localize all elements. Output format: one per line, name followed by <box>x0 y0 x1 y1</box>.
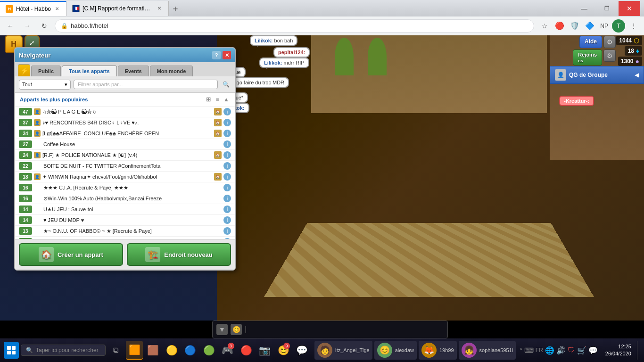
room-info-btn-13[interactable]: i <box>223 238 231 239</box>
filter-input-wrapper[interactable]: Filtrer apparts par... <box>74 80 218 89</box>
ext2-icon[interactable]: 🛡️ <box>568 19 581 33</box>
forward-btn[interactable]: → <box>21 19 34 33</box>
room-event-icon-1: 🏠 <box>214 108 222 115</box>
room-item-1[interactable]: 47 👤 ♫⛤☯ P L A G E ☯⛤♫ 🏠 i <box>15 107 235 117</box>
close-btn[interactable]: ✕ <box>619 1 640 16</box>
navigator-help-btn[interactable]: ? <box>212 51 221 59</box>
room-item-7[interactable]: 18 👤 ✦ WINWIN Raqnar✦ cheval/Foot/grind/… <box>15 172 235 182</box>
room-item-4[interactable]: 27 Coffee House i <box>15 139 235 150</box>
taskbar-app-7[interactable]: 🔴 <box>238 341 255 360</box>
list-sort-icon[interactable]: ≡ <box>214 96 221 103</box>
room-item-2[interactable]: 37 👤 ♪♥ RENCONTRES B4R DISC♀ L♀VE ♥♪. 🏠 … <box>15 117 235 128</box>
tray-security-icon[interactable]: 🛡 <box>568 346 575 354</box>
room-name-6: BOITE DE NUIT - FC TWITTER #ConfinementT… <box>34 163 222 169</box>
nav-tab-public[interactable]: Public <box>31 66 61 76</box>
taskbar-app-10[interactable]: 💬 <box>294 341 311 360</box>
room-info-btn-10[interactable]: i <box>223 206 231 213</box>
room-list: Apparts les plus populaires ⊞ ≡ ▲ 47 👤 ♫… <box>15 93 235 239</box>
filter-dropdown[interactable]: Tout ▾ <box>19 80 71 90</box>
list-expand-icon[interactable]: ▲ <box>223 96 230 103</box>
room-info-btn-2[interactable]: i <box>223 119 231 126</box>
room-item-5[interactable]: 24 👤 [R.F] ★ POLICE NATIONALE ★ [☯] (v.4… <box>15 150 235 161</box>
tab-favicon-fr: 🇫🇷 <box>72 5 80 12</box>
room-item-12[interactable]: 13 ★~ O.N.U. OF HABBO© ~ ★ [Recrute & Pa… <box>15 226 235 237</box>
refresh-btn[interactable]: ↻ <box>38 19 51 33</box>
taskbar-app-6[interactable]: 🎮 3 <box>219 341 236 360</box>
new-tab-btn[interactable]: ＋ <box>169 2 182 15</box>
room-info-btn-11[interactable]: i <box>223 216 231 224</box>
nav-tab-events[interactable]: Events <box>118 66 149 76</box>
tab-close-hotel[interactable]: ✕ <box>54 6 60 12</box>
search-icon-btn[interactable]: 🔍 <box>221 79 231 90</box>
taskbar-app-5[interactable]: 🟢 <box>201 341 218 360</box>
ext3-icon[interactable]: 🔷 <box>583 19 596 33</box>
menu-icon[interactable]: ⋮ <box>627 19 640 33</box>
ext1-icon[interactable]: 🔴 <box>553 19 566 33</box>
tray-sound-icon[interactable]: 🔊 <box>556 346 566 355</box>
back-btn[interactable]: ← <box>4 19 17 33</box>
tab-close-rapport[interactable]: ✕ <box>156 5 163 12</box>
room-info-btn-8[interactable]: i <box>223 184 231 191</box>
account-icon[interactable]: T <box>612 19 625 33</box>
tray-network-icon[interactable]: 🌐 <box>545 346 554 355</box>
room-info-btn-3[interactable]: i <box>223 130 231 137</box>
room-info-btn-9[interactable]: i <box>223 195 231 202</box>
maximize-btn[interactable]: ❐ <box>596 1 618 16</box>
taskbar-app-3[interactable]: 🟡 <box>164 341 181 360</box>
nav-tab-flash[interactable]: ⚡ <box>18 64 30 76</box>
aide-btn[interactable]: Aide <box>579 36 602 48</box>
player-3[interactable]: 🦊 19h99 <box>419 341 457 360</box>
room-item-8[interactable]: 16 ★★★ C.I.A. [Recrute & Paye] ★★★ i <box>15 182 235 193</box>
show-desktop-btn[interactable] <box>637 341 640 360</box>
room-item-9[interactable]: 16 ⊘Win-Win 100% Auto (Habbolvmpix,Banza… <box>15 193 235 204</box>
bookmark-icon[interactable]: ☆ <box>538 19 551 33</box>
taskbar-app-9[interactable]: 😊 9 <box>275 341 292 360</box>
chat-toggle-icon[interactable]: ▼ <box>216 324 228 335</box>
start-btn[interactable] <box>4 342 19 359</box>
room-item-11[interactable]: 14 ♥ JEU DU MDP ♥ i <box>15 215 235 226</box>
tray-discord-icon[interactable]: 💬 <box>588 346 598 355</box>
list-grid-icon[interactable]: ⊞ <box>205 96 212 103</box>
taskbar-app-4[interactable]: 🔵 <box>182 341 199 360</box>
nav-tab-all-apparts[interactable]: Tous les apparts <box>62 66 117 76</box>
taskbar-habbo-app[interactable]: 🟧 <box>126 341 143 360</box>
chat-input[interactable] <box>249 326 444 333</box>
nav-tab-mon-monde[interactable]: Mon monde <box>150 66 193 76</box>
gear-btn-2[interactable]: ⚙ <box>603 49 616 62</box>
player-4[interactable]: 👧 sophiane5951i <box>459 341 516 360</box>
credits-stat: 1044 ⬡ <box>616 36 642 45</box>
taskbar-search[interactable]: 🔍 Taper ici pour rechercher <box>21 345 106 356</box>
room-info-btn-4[interactable]: i <box>223 140 231 148</box>
tab-hotel[interactable]: H Hôtel - Habbo ✕ <box>0 1 66 16</box>
task-view-btn[interactable]: ⧉ <box>107 341 124 360</box>
chat-emoji-icon[interactable]: 😊 <box>231 324 242 335</box>
create-appart-btn[interactable]: 🏠 Créer un appart <box>19 243 123 266</box>
room-item-6[interactable]: 22 BOITE DE NUIT - FC TWITTER #Confineme… <box>15 161 235 172</box>
room-info-btn-12[interactable]: i <box>223 227 231 235</box>
rejoin-btn[interactable]: Rejoinsns <box>573 49 602 66</box>
taskbar-app-2[interactable]: 🟫 <box>145 341 162 360</box>
player-1[interactable]: 🧑 Itz_Angel_Tige <box>314 341 372 360</box>
room-info-btn-5[interactable]: i <box>223 151 231 159</box>
gear-btn[interactable]: ⚙ <box>603 36 616 48</box>
room-item-13[interactable]: 13 ★POUSSE TON FUTUR CREDIT★ i <box>15 237 235 239</box>
taskbar-app-8[interactable]: 📷 <box>256 341 273 360</box>
room-info-btn-1[interactable]: i <box>223 108 231 115</box>
address-bar[interactable]: 🔒 habbo.fr/hotel <box>55 19 534 33</box>
room-count-4: 27 <box>19 140 32 148</box>
new-btn-icon: 🏗️ <box>145 247 160 262</box>
tray-caret-icon[interactable]: ^ <box>520 347 522 354</box>
player-2[interactable]: 😊 alexdaw <box>374 341 417 360</box>
new-place-btn[interactable]: 🏗️ Endroit nouveau <box>127 243 231 266</box>
qg-panel[interactable]: 👤 QG de Groupe ◀ <box>550 66 644 84</box>
tab-favicon-habbo: H <box>6 5 13 13</box>
minimize-btn[interactable]: — <box>573 1 595 16</box>
tray-lang-icon[interactable]: FR <box>536 347 543 354</box>
navigator-close-btn[interactable]: ✕ <box>223 51 231 59</box>
room-item-10[interactable]: 14 U★U JEU : Sauve-toi i <box>15 204 235 215</box>
tab-rapport[interactable]: 🇫🇷 [C.M] Rapport de formation de k... ✕ <box>66 1 169 16</box>
tray-store-icon[interactable]: 🛒 <box>577 346 586 355</box>
room-info-btn-7[interactable]: i <box>223 173 231 181</box>
room-item-3[interactable]: 34 👤 [Lgt]♣♣AFFAIRE_CONCLUE♣♣ ENCHÈRE OP… <box>15 128 235 139</box>
room-info-btn-6[interactable]: i <box>223 162 231 170</box>
